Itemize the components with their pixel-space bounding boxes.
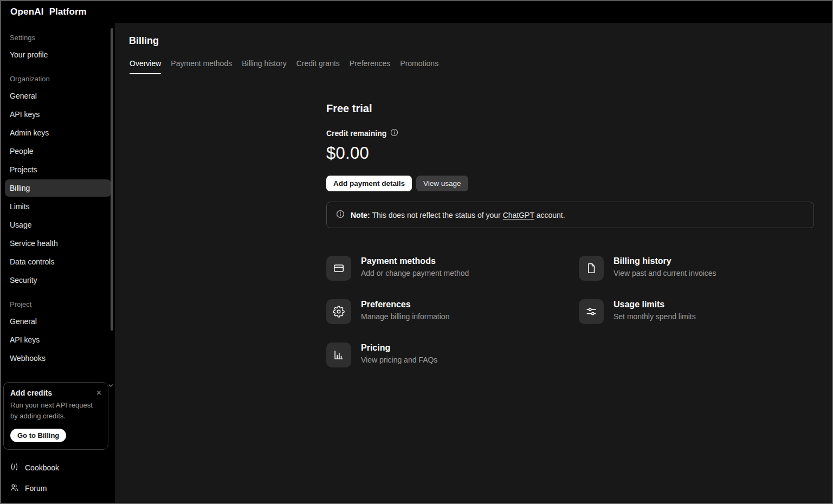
chatgpt-link[interactable]: ChatGPT xyxy=(503,211,534,219)
app-window: OpenAI Platform Settings Your profile Or… xyxy=(0,0,833,504)
section-label-settings: Settings xyxy=(5,30,111,45)
card-subtitle: Add or change payment method xyxy=(361,269,469,277)
note-banner: Note: This does not reflect the status o… xyxy=(326,202,814,228)
sidebar-item-org-general[interactable]: General xyxy=(5,87,111,105)
forum-link[interactable]: Forum xyxy=(5,478,111,499)
sidebar-item-data-controls[interactable]: Data controls xyxy=(5,253,111,270)
sidebar-item-limits[interactable]: Limits xyxy=(5,198,111,215)
gear-icon xyxy=(326,299,351,324)
card-payment-methods[interactable]: Payment methods Add or change payment me… xyxy=(326,256,579,281)
close-icon[interactable]: × xyxy=(93,389,101,397)
tab-promotions[interactable]: Promotions xyxy=(395,54,443,74)
add-credits-body: Run your next API request by adding cred… xyxy=(10,400,101,422)
note-text: Note: This does not reflect the status o… xyxy=(351,211,565,219)
cookbook-label: Cookbook xyxy=(25,463,59,472)
main-panel: Billing Overview Payment methods Billing… xyxy=(115,23,832,503)
tab-overview[interactable]: Overview xyxy=(125,54,166,74)
card-usage-limits[interactable]: Usage limits Set monthly spend limits xyxy=(579,299,814,324)
page-title: Billing xyxy=(129,35,832,47)
card-billing-history[interactable]: Billing history View past and current in… xyxy=(579,256,814,281)
sidebar-item-project-general[interactable]: General xyxy=(5,313,111,330)
section-label-organization: Organization xyxy=(5,72,111,86)
tab-credit-grants[interactable]: Credit grants xyxy=(292,54,345,74)
sidebar-item-admin-keys[interactable]: Admin keys xyxy=(5,124,111,141)
info-icon[interactable] xyxy=(390,128,398,138)
tab-billing-history[interactable]: Billing history xyxy=(237,54,291,74)
card-preferences[interactable]: Preferences Manage billing information xyxy=(326,299,579,324)
card-subtitle: View past and current invoices xyxy=(614,269,716,277)
tab-preferences[interactable]: Preferences xyxy=(345,54,395,74)
credit-remaining-label: Credit remaining xyxy=(326,129,386,138)
bar-chart-icon xyxy=(326,343,351,367)
sliders-icon xyxy=(579,299,604,324)
sidebar-footer: Cookbook Forum xyxy=(1,453,115,503)
sidebar-scrollbar[interactable] xyxy=(111,28,113,331)
sidebar-nav: Settings Your profile Organization Gener… xyxy=(1,26,115,378)
sidebar-item-usage[interactable]: Usage xyxy=(5,216,111,234)
sidebar-item-service-health[interactable]: Service health xyxy=(5,235,111,252)
card-pricing[interactable]: Pricing View pricing and FAQs xyxy=(326,343,579,367)
card-subtitle: View pricing and FAQs xyxy=(361,356,437,364)
sidebar-item-people[interactable]: People xyxy=(5,143,111,160)
sidebar: Settings Your profile Organization Gener… xyxy=(1,23,115,503)
credit-amount: $0.00 xyxy=(326,144,814,163)
chevron-down-icon[interactable] xyxy=(107,382,114,389)
view-usage-button[interactable]: View usage xyxy=(416,176,468,191)
sidebar-item-projects[interactable]: Projects xyxy=(5,161,111,178)
card-title: Pricing xyxy=(361,343,437,353)
sidebar-item-billing[interactable]: Billing xyxy=(5,179,111,197)
sidebar-item-security[interactable]: Security xyxy=(5,272,111,289)
note-before-link: This does not reflect the status of your xyxy=(370,211,503,219)
sidebar-item-webhooks[interactable]: Webhooks xyxy=(5,350,111,367)
people-icon xyxy=(10,483,19,494)
card-title: Usage limits xyxy=(614,300,696,309)
forum-label: Forum xyxy=(25,484,47,493)
billing-overview-content: Free trial Credit remaining $0.00 Add pa… xyxy=(326,102,814,367)
add-credits-title: Add credits xyxy=(10,389,52,397)
add-payment-details-button[interactable]: Add payment details xyxy=(326,176,412,191)
openai-logo[interactable]: OpenAI xyxy=(10,7,44,17)
note-after-link: account. xyxy=(534,211,565,219)
add-credits-card: Add credits × Run your next API request … xyxy=(3,382,108,450)
go-to-billing-button[interactable]: Go to Billing xyxy=(10,429,66,442)
billing-cards: Payment methods Add or change payment me… xyxy=(326,256,814,367)
card-subtitle: Manage billing information xyxy=(361,312,449,321)
info-icon xyxy=(336,210,345,220)
credit-card-icon xyxy=(326,256,351,281)
sidebar-item-your-profile[interactable]: Your profile xyxy=(5,46,111,63)
section-label-project: Project xyxy=(5,297,111,312)
sidebar-item-api-keys[interactable]: API keys xyxy=(5,106,111,123)
note-bold: Note: xyxy=(351,211,370,219)
free-trial-title: Free trial xyxy=(326,102,814,115)
card-title: Payment methods xyxy=(361,256,469,266)
billing-tabs: Overview Payment methods Billing history… xyxy=(115,54,832,74)
document-icon xyxy=(579,256,604,281)
card-title: Preferences xyxy=(361,300,449,309)
tab-payment-methods[interactable]: Payment methods xyxy=(166,54,237,74)
platform-label: Platform xyxy=(49,7,87,17)
cookbook-link[interactable]: Cookbook xyxy=(5,457,111,478)
code-icon xyxy=(10,462,19,473)
card-subtitle: Set monthly spend limits xyxy=(614,312,696,321)
sidebar-item-project-api-keys[interactable]: API keys xyxy=(5,331,111,348)
card-title: Billing history xyxy=(614,256,716,266)
topbar: OpenAI Platform xyxy=(1,1,832,23)
